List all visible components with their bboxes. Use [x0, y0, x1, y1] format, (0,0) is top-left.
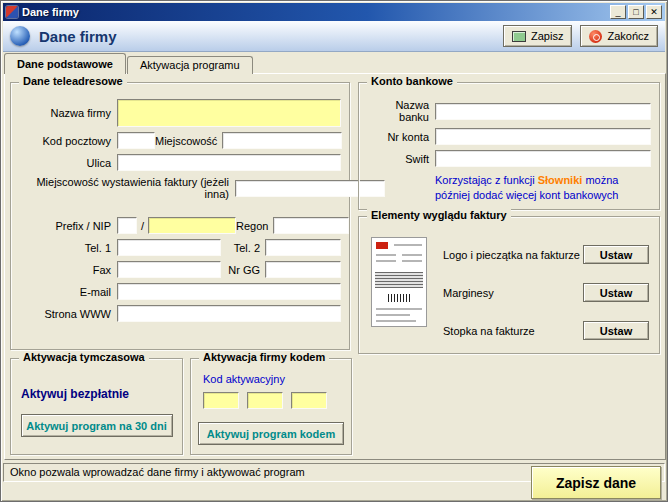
miejscowosc-input[interactable] — [222, 132, 342, 149]
invoice-line — [402, 260, 422, 262]
row-swift: Swift — [363, 150, 651, 167]
activation-code-input-3[interactable] — [291, 392, 327, 409]
invoice-line — [394, 244, 422, 246]
nip-prefix-input[interactable] — [117, 217, 137, 234]
exit-button[interactable]: Zakończ — [580, 25, 658, 47]
spacer — [15, 205, 341, 217]
invoice-table — [375, 272, 423, 288]
nazwa-firmy-input[interactable] — [117, 99, 341, 127]
close-button[interactable]: ✕ — [646, 5, 662, 19]
aktywuj-30-dni-button[interactable]: Aktywuj program na 30 dni — [21, 414, 173, 437]
group-title: Aktywacja tymczasowa — [19, 351, 149, 363]
save-button[interactable]: Zapisz — [503, 25, 572, 47]
swift-input[interactable] — [435, 150, 651, 167]
window-title: Dane firmy — [22, 6, 608, 18]
tel1-input[interactable] — [117, 239, 221, 256]
nr-gg-label: Nr GG — [221, 264, 260, 276]
nazwa-banku-input[interactable] — [435, 103, 651, 120]
nr-konta-label: Nr konta — [363, 131, 429, 143]
group-konto-bankowe: Konto bankowe Nazwa banku Nr konta Swift… — [358, 82, 660, 210]
tab-aktywacja-programu[interactable]: Aktywacja programu — [127, 56, 253, 74]
nip-input[interactable] — [148, 217, 236, 234]
company-icon — [10, 26, 30, 46]
ulica-input[interactable] — [117, 154, 341, 171]
logo-pieczatka-label: Logo i pieczątka na fakturze — [443, 249, 583, 261]
kod-pocztowy-label: Kod pocztowy — [15, 135, 111, 147]
row-nazwa-banku: Nazwa banku — [363, 99, 651, 123]
exit-icon — [589, 30, 602, 43]
invoice-line — [376, 308, 422, 310]
dane-firmy-window: Dane firmy _ □ ✕ Dane firmy Zapisz Zakoń… — [0, 0, 668, 502]
note-slowniki: Słowniki — [538, 174, 583, 186]
ulica-label: Ulica — [15, 157, 111, 169]
group-title: Konto bankowe — [367, 75, 457, 87]
invoice-logo-mark — [376, 242, 388, 249]
row-stopka: Stopka na fakturze Ustaw — [443, 315, 649, 346]
www-label: Strona WWW — [15, 308, 111, 320]
row-logo-pieczatka: Logo i pieczątka na fakturze Ustaw — [443, 239, 649, 270]
activation-code-input-1[interactable] — [203, 392, 239, 409]
regon-label: Regon — [236, 220, 268, 232]
tel2-label: Tel. 2 — [221, 242, 260, 254]
group-title: Dane teleadresowe — [19, 75, 127, 87]
email-input[interactable] — [117, 283, 341, 300]
tel1-label: Tel. 1 — [15, 242, 111, 254]
bottom-bar: Okno pozwala wprowadzać dane firmy i akt… — [1, 461, 667, 502]
row-miejscowosc-faktury: Miejscowość wystawienia faktury (jeżeli … — [15, 176, 341, 200]
group-aktywacja-tymczasowa: Aktywacja tymczasowa Aktywuj bezpłatnie … — [10, 358, 183, 455]
main-panel: Dane teleadresowe Nazwa firmy Kod poczto… — [4, 73, 666, 460]
app-icon[interactable] — [6, 6, 18, 18]
minimize-button[interactable]: _ — [610, 5, 626, 19]
swift-label: Swift — [363, 153, 429, 165]
invoice-line — [376, 314, 410, 316]
tab-dane-podstawowe[interactable]: Dane podstawowe — [4, 53, 126, 74]
group-dane-teleadresowe: Dane teleadresowe Nazwa firmy Kod poczto… — [10, 82, 350, 350]
regon-input[interactable] — [273, 217, 349, 234]
group-elementy-wygladu-faktury: Elementy wyglądu faktury Logo i pieczątk… — [358, 216, 660, 354]
miejscowosc-label: Miejscowość — [155, 135, 217, 147]
kod-aktywacyjny-label: Kod aktywacyjny — [203, 373, 351, 385]
invoice-line — [402, 254, 422, 256]
tab-bar: Dane podstawowe Aktywacja programu — [4, 53, 254, 74]
maximize-button[interactable]: □ — [628, 5, 644, 19]
email-label: E-mail — [15, 286, 111, 298]
header: Dane firmy Zapisz Zakończ — [3, 21, 665, 52]
aktywuj-bezplatnie-label: Aktywuj bezpłatnie — [21, 387, 182, 401]
row-nr-konta: Nr konta — [363, 128, 651, 145]
page-title: Dane firmy — [39, 28, 495, 45]
titlebar[interactable]: Dane firmy _ □ ✕ — [3, 3, 665, 21]
status-text: Okno pozwala wprowadzać dane firmy i akt… — [10, 466, 305, 478]
miejscowosc-faktury-label: Miejscowość wystawienia faktury (jeżeli … — [15, 176, 229, 200]
marginesy-label: Marginesy — [443, 287, 583, 299]
fax-label: Fax — [15, 264, 111, 276]
aktywuj-kodem-button[interactable]: Aktywuj program kodem — [198, 422, 344, 445]
nr-konta-input[interactable] — [435, 128, 651, 145]
invoice-line — [376, 254, 396, 256]
group-title: Elementy wyglądu faktury — [367, 209, 511, 221]
wyglad-rows: Logo i pieczątka na fakturze Ustaw Margi… — [443, 239, 649, 353]
row-ulica: Ulica — [15, 154, 341, 171]
activation-code-input-2[interactable] — [247, 392, 283, 409]
row-nazwa-firmy: Nazwa firmy — [15, 99, 341, 127]
nip-separator: / — [141, 220, 144, 232]
row-email: E-mail — [15, 283, 341, 300]
ustaw-marginesy-button[interactable]: Ustaw — [583, 283, 649, 302]
stopka-label: Stopka na fakturze — [443, 325, 583, 337]
group-title: Aktywacja firmy kodem — [199, 351, 329, 363]
row-nip-regon: Prefix / NIP / Regon — [15, 217, 341, 234]
row-www: Strona WWW — [15, 305, 341, 322]
tel2-input[interactable] — [265, 239, 341, 256]
note-part1: Korzystając z funkcji — [435, 174, 535, 186]
www-input[interactable] — [117, 305, 341, 322]
nazwa-banku-label: Nazwa banku — [363, 99, 429, 123]
invoice-barcode — [388, 294, 412, 302]
save-icon — [512, 31, 526, 42]
nr-gg-input[interactable] — [265, 261, 341, 278]
ustaw-stopka-button[interactable]: Ustaw — [583, 321, 649, 340]
kod-pocztowy-input[interactable] — [117, 132, 155, 149]
zapisz-dane-button[interactable]: Zapisz dane — [531, 466, 661, 499]
row-telefony: Tel. 1 Tel. 2 — [15, 239, 341, 256]
slowniki-note: Korzystając z funkcji Słowniki można póź… — [435, 173, 647, 203]
ustaw-logo-button[interactable]: Ustaw — [583, 245, 649, 264]
fax-input[interactable] — [117, 261, 221, 278]
